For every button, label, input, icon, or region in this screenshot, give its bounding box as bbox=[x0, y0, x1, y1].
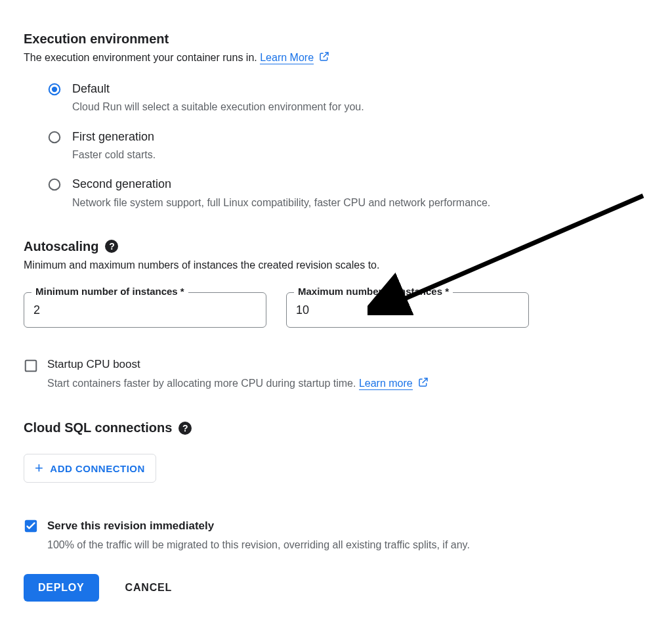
cloud-sql-section: Cloud SQL connections ? + ADD CONNECTION bbox=[24, 420, 648, 483]
external-link-icon bbox=[319, 51, 329, 66]
execution-learn-more-link[interactable]: Learn More bbox=[260, 52, 314, 64]
min-instances-input[interactable] bbox=[24, 292, 266, 328]
svg-rect-4 bbox=[26, 361, 37, 372]
startup-cpu-boost-label[interactable]: Startup CPU boost bbox=[47, 358, 140, 371]
serve-revision-label[interactable]: Serve this revision immediately bbox=[47, 519, 214, 533]
cloud-sql-title: Cloud SQL connections bbox=[24, 420, 172, 435]
serve-revision-sub: 100% of the traffic will be migrated to … bbox=[47, 537, 648, 552]
add-connection-button[interactable]: + ADD CONNECTION bbox=[24, 454, 156, 483]
svg-point-3 bbox=[49, 179, 60, 190]
execution-desc: The execution environment your container… bbox=[24, 51, 648, 66]
max-instances-input[interactable] bbox=[286, 292, 529, 328]
radio-option-second-generation[interactable]: Second generation Network file system su… bbox=[47, 177, 648, 210]
radio-selected-icon bbox=[47, 82, 62, 97]
radio-option-default[interactable]: Default Cloud Run will select a suitable… bbox=[47, 81, 648, 115]
footer-actions: DEPLOY CANCEL bbox=[24, 574, 648, 602]
max-instances-field: Maximum number of instances * bbox=[286, 292, 529, 328]
svg-point-1 bbox=[52, 87, 57, 92]
radio-unselected-icon bbox=[47, 130, 62, 144]
execution-environment-section: Execution environment The execution envi… bbox=[24, 32, 648, 210]
radio-unselected-icon bbox=[47, 177, 62, 192]
add-connection-label: ADD CONNECTION bbox=[50, 463, 145, 474]
cancel-button[interactable]: CANCEL bbox=[125, 574, 172, 602]
deploy-button[interactable]: DEPLOY bbox=[24, 574, 99, 602]
radio-label: Second generation bbox=[72, 177, 171, 192]
radio-sub: Network file system support, full Linux … bbox=[72, 195, 545, 210]
execution-desc-text: The execution environment your container… bbox=[24, 52, 260, 63]
min-instances-label: Minimum number of instances * bbox=[32, 286, 188, 297]
radio-label: First generation bbox=[72, 129, 154, 144]
help-icon[interactable]: ? bbox=[105, 240, 118, 253]
radio-sub: Cloud Run will select a suitable executi… bbox=[72, 99, 545, 114]
serve-revision-section: Serve this revision immediately 100% of … bbox=[24, 518, 648, 552]
cpu-boost-learn-more-link[interactable]: Learn more bbox=[359, 378, 413, 390]
instance-fields-row: Minimum number of instances * Maximum nu… bbox=[24, 292, 648, 328]
startup-cpu-boost-row: Startup CPU boost bbox=[24, 358, 648, 373]
execution-radio-group: Default Cloud Run will select a suitable… bbox=[24, 81, 648, 210]
checkbox-unchecked-icon[interactable] bbox=[24, 359, 38, 373]
execution-title: Execution environment bbox=[24, 32, 648, 47]
startup-cpu-boost-sub-text: Start containers faster by allocating mo… bbox=[47, 378, 359, 389]
external-link-icon bbox=[418, 376, 429, 391]
autoscaling-desc: Minimum and maximum numbers of instances… bbox=[24, 258, 648, 273]
help-icon[interactable]: ? bbox=[178, 422, 192, 435]
checkbox-checked-icon[interactable] bbox=[24, 519, 38, 533]
max-instances-label: Maximum number of instances * bbox=[294, 286, 453, 297]
radio-option-first-generation[interactable]: First generation Faster cold starts. bbox=[47, 129, 648, 163]
radio-sub: Faster cold starts. bbox=[72, 147, 545, 162]
startup-cpu-boost-sub: Start containers faster by allocating mo… bbox=[47, 376, 648, 391]
autoscaling-section: Autoscaling ? Minimum and maximum number… bbox=[24, 239, 648, 392]
autoscaling-title: Autoscaling bbox=[24, 239, 98, 254]
min-instances-field: Minimum number of instances * bbox=[24, 292, 266, 328]
svg-point-2 bbox=[49, 131, 60, 143]
radio-label: Default bbox=[72, 81, 110, 97]
plus-icon: + bbox=[35, 461, 43, 475]
